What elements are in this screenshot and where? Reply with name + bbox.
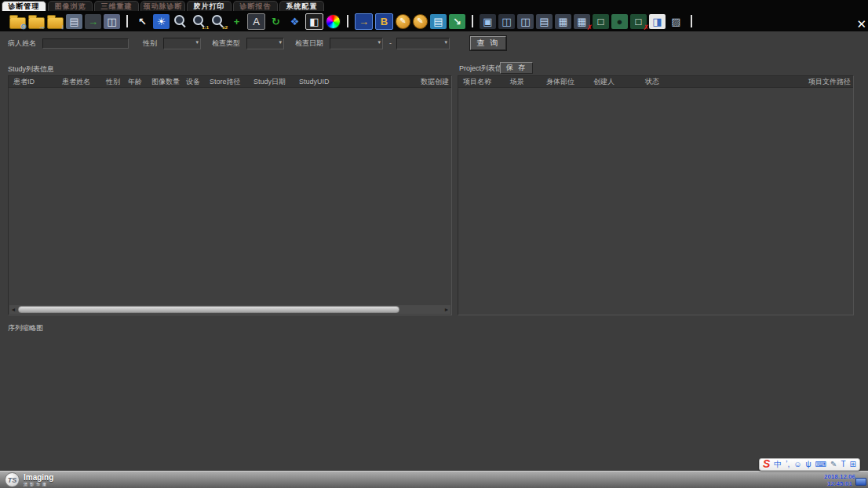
toolbar-separator: [472, 15, 473, 27]
column-header[interactable]: 项目名称: [458, 77, 505, 87]
column-header[interactable]: StudyUID: [294, 78, 412, 86]
column-header[interactable]: 数据创建: [416, 77, 451, 87]
invert-icon[interactable]: ◧: [305, 13, 323, 30]
column-header[interactable]: 状态: [640, 77, 673, 87]
column-header[interactable]: 设备: [181, 77, 205, 87]
tab-6[interactable]: 诊断报告: [233, 1, 278, 11]
exam-date-label: 检查日期: [295, 38, 323, 49]
project-table-body: [458, 88, 853, 304]
tab-7[interactable]: 系统配置: [279, 1, 324, 11]
column-header[interactable]: 患者ID: [9, 77, 57, 87]
date-range-separator: -: [389, 39, 392, 47]
exam-date-from-select[interactable]: [330, 38, 383, 49]
logo-text: Imaging: [24, 474, 53, 482]
rotate-icon[interactable]: ↻: [268, 14, 284, 29]
column-header[interactable]: Study日期: [249, 77, 294, 87]
gender-label: 性别: [143, 38, 157, 49]
layout-columns-icon[interactable]: ◫: [517, 14, 534, 29]
taskbar-clock[interactable]: 2018.12.06 12:45:01: [824, 473, 855, 487]
zoom-actual-icon[interactable]: 1:1: [191, 14, 207, 29]
keyboard-icon[interactable]: ⌨: [815, 461, 826, 468]
column-header[interactable]: 年龄: [123, 77, 147, 87]
scroll-thumb[interactable]: [18, 306, 399, 313]
handwrite-icon[interactable]: ✎: [830, 461, 837, 468]
project-table-header: 项目名称场景身体部位创建人状态项目文件路径: [458, 76, 853, 88]
layout-rows-icon[interactable]: ▤: [536, 14, 553, 29]
study-table-header: 患者ID患者姓名性别年龄图像数量设备Store路径Study日期StudyUID…: [9, 76, 451, 88]
tab-2[interactable]: 图像浏览: [48, 1, 93, 11]
database-archive-icon[interactable]: ◫: [104, 14, 120, 29]
open-folder-network-icon[interactable]: →: [28, 17, 45, 29]
taskbar-widget-icon[interactable]: [855, 478, 866, 486]
column-header[interactable]: 性别: [101, 77, 123, 87]
layout-grid-delete-icon[interactable]: ▦✗: [574, 14, 590, 29]
taskbar-time: 12:45:01: [824, 480, 855, 487]
pan-icon[interactable]: +: [228, 14, 245, 29]
open-folder-import-icon[interactable]: ↓: [47, 17, 64, 29]
logo-monogram: TS: [5, 472, 20, 487]
open-folder-config-icon[interactable]: ⚙: [9, 17, 26, 29]
tab-5[interactable]: 胶片打印: [187, 1, 232, 11]
save-button[interactable]: 保 存: [500, 62, 533, 74]
close-icon[interactable]: ✕: [856, 18, 866, 30]
zoom-icon[interactable]: [172, 14, 188, 29]
zoom-2x-icon[interactable]: x2: [210, 14, 226, 29]
series-import-icon[interactable]: →: [355, 13, 373, 30]
image-export-icon[interactable]: ↘: [449, 14, 465, 29]
query-row: 病人姓名 性别 检查类型 检查日期 - 查 询: [8, 37, 506, 49]
series-thumbnails-area: [0, 333, 868, 471]
study-list-panel: 患者ID患者姓名性别年龄图像数量设备Store路径Study日期StudyUID…: [8, 75, 452, 315]
fit-view-icon[interactable]: ❖: [286, 14, 303, 29]
sogou-icon[interactable]: S: [763, 458, 770, 469]
study-table-body: [9, 88, 451, 304]
exam-type-select[interactable]: [246, 38, 284, 49]
scroll-left-icon[interactable]: ◄: [9, 305, 17, 314]
tab-1[interactable]: 诊断管理: [2, 1, 46, 11]
export-study-icon[interactable]: →: [85, 14, 101, 29]
toolbox-icon[interactable]: ⊞: [850, 461, 856, 468]
patient-name-input[interactable]: [42, 38, 129, 49]
gender-select[interactable]: [163, 38, 201, 49]
column-header[interactable]: 图像数量: [147, 77, 181, 87]
column-header[interactable]: 身体部位: [542, 77, 589, 87]
scroll-right-icon[interactable]: ►: [443, 305, 450, 314]
emoji-icon[interactable]: ☺: [793, 461, 801, 468]
layout-custom-icon[interactable]: ◫: [498, 14, 515, 29]
layout-grid-icon[interactable]: ▦: [555, 14, 571, 29]
roi-rect-icon[interactable]: □: [593, 14, 609, 29]
column-header[interactable]: Store路径: [205, 77, 249, 87]
exam-date-to-select[interactable]: [396, 38, 450, 49]
tab-4[interactable]: 颈动脉诊断: [140, 1, 185, 11]
column-header[interactable]: 患者姓名: [57, 77, 101, 87]
ime-punct-icon[interactable]: ’,: [786, 461, 790, 468]
series-bind-icon[interactable]: B: [375, 13, 393, 30]
voice-icon[interactable]: ψ: [806, 461, 811, 468]
taskbar: TS Imaging 清影华康 2018.12.06 12:45:01: [0, 471, 868, 488]
cursor-icon[interactable]: ↖: [134, 14, 151, 29]
tool-bar: ⚙→↓▤→◫↖☀1:1x2+A↻❖◧→B✎✎▤↘▣◫◫▤▦▦✗□●□✗◨▨: [0, 11, 868, 31]
annotation-icon[interactable]: A: [247, 13, 265, 30]
ime-lang-icon[interactable]: 中: [774, 461, 782, 468]
color-wheel-icon[interactable]: [326, 14, 341, 29]
study-horizontal-scrollbar[interactable]: ◄ ►: [9, 305, 450, 314]
column-header[interactable]: 场景: [505, 77, 542, 87]
search-button[interactable]: 查 询: [470, 36, 506, 50]
measure-edit2-icon[interactable]: ✎: [413, 14, 428, 29]
tab-3[interactable]: 三维重建: [94, 1, 139, 11]
cascade-windows-icon[interactable]: ▨: [668, 14, 684, 29]
toolbar-separator: [347, 15, 348, 27]
roi-ellipse-icon[interactable]: ●: [611, 14, 628, 29]
top-bar: 诊断管理图像浏览三维重建颈动脉诊断胶片打印诊断报告系统配置 ⚙→↓▤→◫↖☀1:…: [0, 0, 868, 31]
roi-delete-icon[interactable]: □✗: [630, 14, 647, 29]
window-level-icon[interactable]: ☀: [153, 14, 170, 29]
series-thumbnail-title: 序列缩略图: [8, 323, 43, 333]
taskbar-date: 2018.12.06: [824, 473, 855, 480]
skin-icon[interactable]: T: [841, 461, 846, 468]
layout-single-icon[interactable]: ▣: [480, 14, 496, 29]
film-browser-icon[interactable]: ▤: [66, 14, 82, 29]
column-header[interactable]: 项目文件路径: [804, 77, 853, 87]
split-view-icon[interactable]: ◨: [649, 14, 666, 29]
measure-edit-icon[interactable]: ✎: [396, 14, 410, 29]
report-copy-icon[interactable]: ▤: [430, 14, 447, 29]
column-header[interactable]: 创建人: [589, 77, 640, 87]
